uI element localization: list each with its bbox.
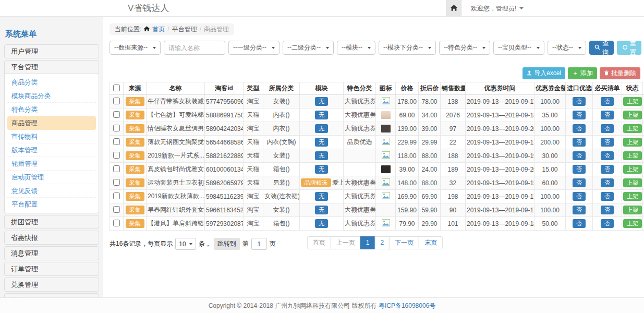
imported-badge[interactable]: 否 — [573, 178, 586, 187]
filter-select[interactable]: --状态-- — [548, 41, 586, 55]
imported-badge[interactable]: 否 — [573, 192, 586, 200]
icon-cell — [376, 176, 396, 190]
sidebar-item[interactable]: 商品管理 — [7, 116, 96, 130]
must-buy-badge[interactable]: 否 — [601, 219, 614, 227]
must-buy-badge[interactable]: 否 — [601, 165, 614, 173]
sidebar-item[interactable]: 轮播管理 — [7, 157, 96, 171]
filter-select[interactable]: --模块下分类-- — [379, 41, 436, 55]
status-badge[interactable]: 上架 — [623, 206, 642, 214]
sidebar-item[interactable]: 平台配置 — [7, 198, 96, 211]
imported-badge[interactable]: 否 — [573, 165, 586, 173]
breadcrumb-item[interactable]: 平台管理 — [172, 25, 197, 34]
sidebar-section-1[interactable]: 平台管理 — [4, 60, 99, 74]
row-checkbox[interactable] — [113, 165, 120, 172]
name-cell: 情侣睡衣女夏丝绸男士... — [147, 122, 205, 136]
must-buy-badge[interactable]: 否 — [601, 206, 614, 214]
add-button[interactable]: ＋ 添加 — [568, 67, 597, 79]
row-checkbox[interactable] — [113, 98, 120, 104]
must-buy-badge[interactable]: 否 — [601, 111, 614, 119]
sidebar-item[interactable]: 宣传物料 — [7, 130, 96, 143]
must-buy-badge[interactable]: 否 — [601, 97, 614, 105]
filter-select[interactable]: --模块-- — [337, 41, 375, 55]
page-button[interactable]: 下一页 — [389, 236, 419, 249]
imported-badge[interactable]: 否 — [573, 124, 586, 133]
row-checkbox[interactable] — [113, 138, 120, 145]
user-menu[interactable]: 欢迎您，管理员! — [471, 0, 524, 17]
row-checkbox[interactable] — [113, 152, 120, 159]
jump-button[interactable]: 跳转到 — [214, 238, 240, 250]
batch-delete-button[interactable]: 批量删除 — [600, 67, 640, 79]
filter-select[interactable]: --二级分类-- — [283, 41, 334, 55]
status-badge[interactable]: 上架 — [623, 165, 642, 173]
page-button[interactable]: 末页 — [419, 236, 443, 249]
status-badge[interactable]: 上架 — [623, 97, 642, 105]
sidebar-section-0[interactable]: 用户管理 — [4, 44, 99, 58]
status-badge[interactable]: 上架 — [623, 219, 642, 227]
column-header: 所属分类 — [263, 82, 300, 95]
search-button[interactable]: 查询 — [589, 41, 614, 55]
row-checkbox[interactable] — [113, 179, 120, 186]
must-buy-badge[interactable]: 否 — [601, 151, 614, 160]
page-number-input[interactable] — [251, 238, 267, 250]
sidebar-item[interactable]: 启动页管理 — [7, 171, 96, 184]
reset-button[interactable]: 重置 — [617, 41, 641, 55]
sales-cell: 138 — [441, 95, 466, 109]
sidebar-item[interactable]: 商品分类 — [7, 76, 96, 89]
import-label: 导入excel — [534, 69, 561, 78]
feature-cell: 大额优惠券 — [344, 109, 376, 122]
sidebar-item[interactable]: 意见反馈 — [7, 184, 96, 198]
imported-badge[interactable]: 否 — [573, 138, 586, 146]
sidebar-item[interactable]: 版本管理 — [7, 143, 96, 157]
discount-price-cell: 29.99 — [419, 136, 441, 149]
per-page-select[interactable]: 10 — [175, 238, 196, 250]
row-checkbox[interactable] — [113, 206, 120, 213]
status-badge[interactable]: 上架 — [623, 178, 642, 187]
imported-badge[interactable]: 否 — [573, 219, 586, 227]
feature-cell: 大额优惠券 — [344, 176, 376, 190]
must-buy-badge[interactable]: 否 — [601, 178, 614, 187]
page-button[interactable]: 首页 — [307, 236, 331, 249]
sidebar-section-5[interactable]: 订单管理 — [4, 262, 99, 276]
icp-link[interactable]: 粤ICP备16098006号 — [379, 302, 435, 309]
row-checkbox[interactable] — [113, 125, 120, 131]
row-checkbox[interactable] — [113, 220, 120, 226]
status-badge[interactable]: 上架 — [623, 138, 642, 146]
sidebar-section-4[interactable]: 消息管理 — [4, 246, 99, 260]
discount-price-cell: 29.90 — [419, 217, 441, 231]
page-button[interactable]: 上一页 — [331, 236, 361, 249]
home-icon — [451, 4, 457, 13]
sidebar-section-6[interactable]: 兑换管理 — [4, 278, 99, 292]
page-button[interactable]: 2 — [375, 236, 390, 249]
row-checkbox[interactable] — [113, 111, 120, 118]
sidebar-item[interactable]: 模块商品分类 — [7, 89, 96, 103]
import-excel-button[interactable]: 导入excel — [523, 67, 565, 79]
imported-badge[interactable]: 否 — [573, 206, 586, 214]
status-badge[interactable]: 上架 — [623, 111, 642, 119]
status-badge[interactable]: 上架 — [623, 124, 642, 133]
module-badge: 无 — [315, 192, 328, 200]
sidebar-section-3[interactable]: 省惠快报 — [4, 231, 99, 245]
imported-badge[interactable]: 否 — [573, 97, 586, 105]
select-all-checkbox[interactable] — [113, 85, 120, 91]
imported-badge[interactable]: 否 — [573, 111, 586, 119]
row-checkbox[interactable] — [113, 192, 120, 199]
imported-badge[interactable]: 否 — [573, 151, 586, 160]
must-buy-badge[interactable]: 否 — [601, 124, 614, 133]
filter-select[interactable]: --宝贝类型-- — [493, 41, 544, 55]
filter-select-data-source[interactable]: --数据来源-- — [110, 41, 161, 55]
filter-select[interactable]: --特色分类-- — [439, 41, 490, 55]
must-buy-badge[interactable]: 否 — [601, 138, 614, 146]
must-buy-badge[interactable]: 否 — [601, 192, 614, 200]
page-button[interactable]: 1 — [360, 236, 375, 249]
sidebar-item[interactable]: 特色分类 — [7, 103, 96, 116]
taoke-id-cell: 588216228899 — [205, 149, 244, 163]
must-buy-cell: 否 — [593, 136, 622, 149]
breadcrumb-home-link[interactable]: 首页 — [152, 25, 165, 34]
module-badge: 无 — [315, 124, 328, 133]
sidebar-section-2[interactable]: 拼团管理 — [4, 215, 99, 229]
status-badge[interactable]: 上架 — [623, 192, 642, 200]
filter-select[interactable]: --一级分类-- — [228, 41, 280, 55]
product-name-input[interactable] — [164, 41, 225, 55]
status-badge[interactable]: 上架 — [623, 151, 642, 160]
home-button[interactable] — [446, 0, 461, 17]
